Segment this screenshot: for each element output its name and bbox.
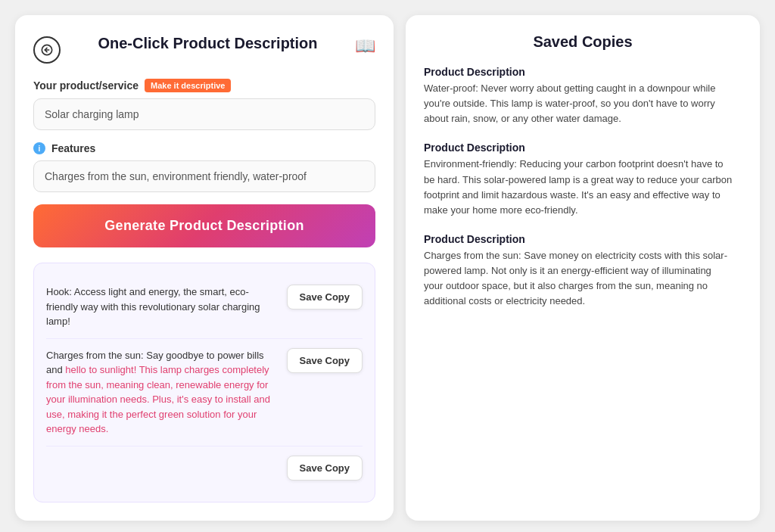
info-icon: i [33, 142, 45, 154]
save-copy-button-3[interactable]: Save Copy [287, 456, 363, 481]
left-panel: One-Click Product Description 📖 Your pro… [15, 15, 394, 521]
copy-text-1: Hook: Access light and energy, the smart… [46, 285, 278, 329]
saved-item-title-3: Product Description [424, 233, 733, 245]
generate-button[interactable]: Generate Product Description [33, 204, 375, 247]
left-header: One-Click Product Description 📖 [33, 33, 375, 64]
make-it-badge[interactable]: Make it descriptive [145, 79, 231, 92]
saved-item-text-2: Environment-friendly: Reducing your carb… [424, 157, 733, 218]
saved-item-content-1: Product Description Water-proof: Never w… [424, 66, 733, 126]
back-button[interactable] [33, 36, 61, 64]
copy-item-3: Save Copy [46, 446, 363, 490]
product-label: Your product/service Make it descriptive [33, 79, 375, 92]
features-input[interactable] [33, 160, 375, 192]
generated-copies: Hook: Access light and energy, the smart… [33, 263, 375, 502]
product-input[interactable] [33, 98, 375, 130]
saved-item-title-1: Product Description [424, 66, 733, 78]
saved-item-3: Product Description Charges from the sun… [424, 233, 742, 310]
title-area: One-Click Product Description [70, 33, 346, 53]
saved-item-content-3: Product Description Charges from the sun… [424, 233, 733, 310]
right-panel: Saved Copies Product Description Water-p… [406, 15, 760, 521]
saved-item-content-2: Product Description Environment-friendly… [424, 142, 733, 218]
saved-item-title-2: Product Description [424, 142, 733, 154]
save-copy-button-1[interactable]: Save Copy [287, 285, 363, 310]
page-title: One-Click Product Description [70, 33, 346, 53]
saved-item-text-1: Water-proof: Never worry about getting c… [424, 81, 733, 126]
copy-text-2: Charges from the sun: Say goodbye to pow… [46, 348, 278, 437]
features-label: i Features [33, 142, 375, 154]
saved-item-2: Product Description Environment-friendly… [424, 142, 742, 218]
saved-item-text-3: Charges from the sun: Save money on elec… [424, 248, 733, 310]
saved-item-1: Product Description Water-proof: Never w… [424, 66, 742, 126]
save-copy-button-2[interactable]: Save Copy [287, 348, 363, 373]
copy-item-2: Charges from the sun: Say goodbye to pow… [46, 339, 363, 446]
saved-copies-title: Saved Copies [424, 33, 742, 51]
book-icon: 📖 [355, 36, 375, 56]
copy-item-1: Hook: Access light and energy, the smart… [46, 275, 363, 339]
